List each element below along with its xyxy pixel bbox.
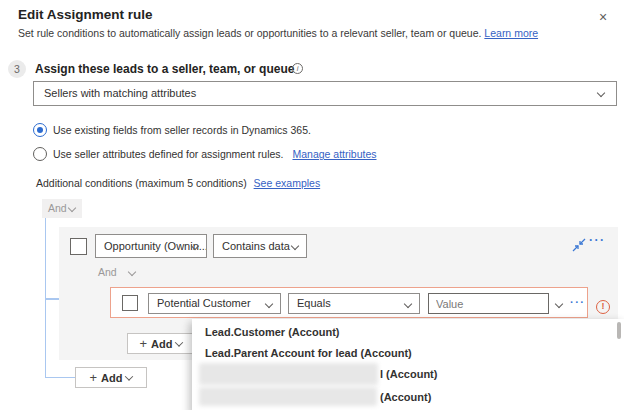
chevron-down-icon: [265, 300, 273, 308]
flyout-item-label: l (Account): [380, 362, 437, 386]
radio-existing-fields[interactable]: [33, 123, 47, 137]
plus-icon: +: [90, 371, 98, 384]
row-value-input[interactable]: [428, 293, 549, 314]
flyout-item-label: Lead.Customer (Account): [205, 322, 339, 343]
flyout-scrollbar[interactable]: [617, 322, 621, 339]
step-number-badge: 3: [8, 60, 26, 78]
redacted-text-block: [199, 387, 377, 406]
chevron-down-icon: [68, 204, 76, 212]
edit-assignment-rule-dialog: Edit Assignment rule Set rule conditions…: [0, 0, 624, 410]
group-operator-value: Contains data: [222, 240, 290, 252]
page-title: Edit Assignment rule: [18, 7, 153, 22]
radio-existing-fields-label[interactable]: Use existing fields from seller records …: [53, 124, 311, 136]
row-operator-value: Equals: [297, 297, 331, 309]
chevron-down-icon: [597, 89, 605, 97]
chevron-down-icon: [125, 372, 133, 380]
close-icon[interactable]: ×: [594, 8, 612, 26]
flyout-item-redacted-2[interactable]: (Account): [192, 386, 624, 408]
manage-attributes-link[interactable]: Manage attributes: [292, 148, 376, 160]
inner-add-button[interactable]: + Add: [127, 333, 195, 354]
row-field-value: Potential Customer: [157, 297, 251, 309]
flyout-item-label: Lead.Parent Account for lead (Account): [205, 343, 412, 364]
group-checkbox[interactable]: [70, 238, 87, 255]
additional-conditions-label: Additional conditions (maximum 5 conditi…: [36, 177, 247, 189]
assignee-type-value: Sellers with matching attributes: [44, 87, 196, 99]
group-field-dropdown[interactable]: Opportunity (Ownin...: [95, 234, 207, 258]
info-icon[interactable]: i: [292, 63, 303, 74]
field-picker-flyout: Lead.Customer (Account) Lead.Parent Acco…: [192, 319, 624, 410]
row-checkbox[interactable]: [122, 295, 138, 311]
inner-and-operator-dropdown[interactable]: And: [98, 266, 117, 278]
plus-icon: +: [140, 337, 148, 350]
subtitle-text: Set rule conditions to automatically ass…: [18, 27, 481, 39]
group-operator-dropdown[interactable]: Contains data: [213, 234, 307, 258]
flyout-item-redacted-1[interactable]: l (Account): [192, 362, 624, 386]
additional-conditions-row: Additional conditions (maximum 5 conditi…: [36, 177, 320, 189]
outer-add-button[interactable]: + Add: [75, 367, 147, 388]
tree-line-branch-outer-add: [45, 377, 76, 379]
outer-and-label: And: [48, 202, 67, 214]
chevron-down-icon: [291, 242, 299, 250]
inner-and-label: And: [98, 266, 117, 278]
radio-seller-attributes-label[interactable]: Use seller attributes defined for assign…: [53, 148, 284, 160]
flyout-item-label: (Account): [380, 386, 431, 408]
radio-seller-attributes-row: Use seller attributes defined for assign…: [53, 148, 377, 160]
learn-more-link[interactable]: Learn more: [484, 27, 538, 39]
outer-add-label: Add: [101, 372, 122, 384]
flyout-item-lead-customer[interactable]: Lead.Customer (Account): [192, 322, 624, 343]
see-examples-link[interactable]: See examples: [254, 177, 321, 189]
chevron-down-icon: [175, 338, 183, 346]
assignee-type-select[interactable]: Sellers with matching attributes: [33, 81, 617, 106]
row-operator-dropdown[interactable]: Equals: [288, 293, 420, 314]
dialog-subtitle: Set rule conditions to automatically ass…: [18, 27, 538, 39]
group-more-options-icon[interactable]: ···: [589, 233, 606, 247]
flyout-item-lead-parent-account[interactable]: Lead.Parent Account for lead (Account): [192, 343, 624, 364]
inner-add-label: Add: [151, 338, 172, 350]
step-heading: Assign these leads to a seller, team, or…: [35, 62, 294, 76]
tree-line-branch-group: [45, 298, 60, 300]
redacted-text-block: [199, 363, 378, 385]
error-icon: !: [596, 300, 610, 314]
row-more-options-icon[interactable]: ···: [570, 296, 586, 308]
chevron-down-icon: [404, 300, 412, 308]
row-field-dropdown[interactable]: Potential Customer: [148, 293, 281, 314]
radio-seller-attributes[interactable]: [33, 147, 47, 161]
outer-and-operator-dropdown[interactable]: And: [42, 199, 82, 218]
collapse-group-icon[interactable]: [572, 238, 586, 252]
